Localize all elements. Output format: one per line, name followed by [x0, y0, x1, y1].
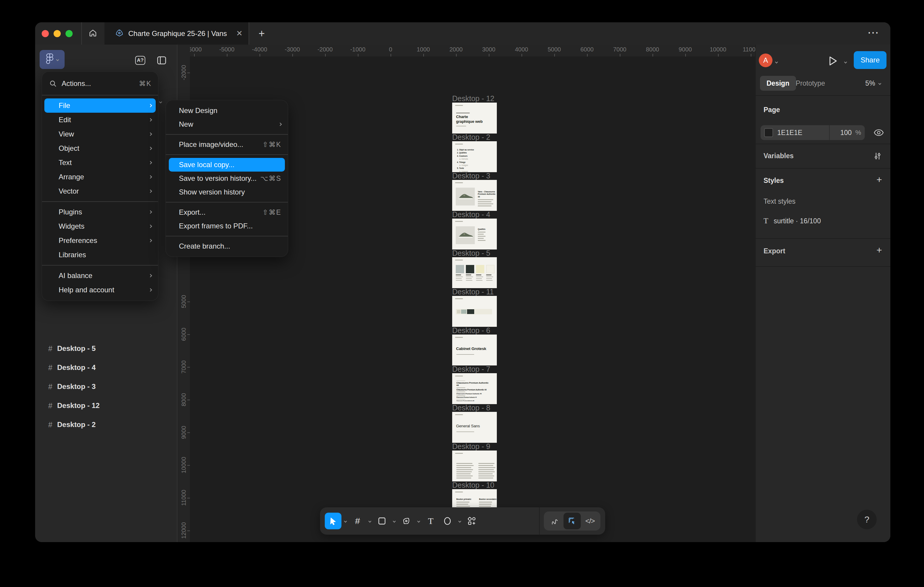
font-missing-icon[interactable]: A?	[135, 56, 145, 65]
page-color-hex[interactable]: 1E1E1E	[777, 129, 829, 137]
frame-thumbnail-desktop-12[interactable]: Charte graphique web	[452, 103, 497, 133]
menu-item-save-local-copy[interactable]: Save local copy...	[169, 158, 285, 172]
page-color-row[interactable]: 1E1E1E 100 %	[761, 125, 865, 140]
menu-shortcut: ⌘K	[139, 80, 152, 88]
frame-thumbnail-desktop-9[interactable]	[452, 451, 497, 482]
frame-thumbnail-desktop-7[interactable]: Chaussures Premium Authentic 44Chaussure…	[452, 373, 497, 404]
menu-item-ai-balance[interactable]: AI balance	[42, 268, 158, 283]
chevron-down-icon	[878, 82, 881, 85]
frame-thumbnail-desktop-2[interactable]: 1. Objet au service2. Qualités3. Couleur…	[452, 141, 497, 172]
account-chevron-icon[interactable]	[776, 59, 777, 64]
avatar[interactable]: A	[759, 54, 772, 67]
menu-item-new-design[interactable]: New Design	[166, 104, 288, 117]
window-more-menu[interactable]: ⋯	[868, 26, 879, 39]
shape-tool-chevron[interactable]	[390, 520, 398, 522]
frame-thumbnail-desktop-3[interactable]: Vans - Chaussures Premium Authentic 44	[452, 180, 497, 211]
menu-item-vector[interactable]: Vector	[42, 184, 158, 198]
menu-item-view[interactable]: View	[42, 127, 158, 141]
ruler-tick	[521, 54, 522, 56]
help-button[interactable]: ?	[857, 510, 877, 529]
text-style-item[interactable]: T surtitle · 16/100	[764, 217, 821, 225]
chevron-right-icon	[149, 190, 152, 192]
ruler-tick	[751, 54, 751, 56]
menu-item-object[interactable]: Object	[42, 141, 158, 156]
menu-item-save-to-version-history[interactable]: Save to version history...⌥⌘S	[166, 172, 288, 185]
visibility-eye-icon[interactable]	[874, 128, 884, 138]
sidebar-item-desktop-2[interactable]: #Desktop - 2	[35, 415, 177, 434]
frame-thumbnail-desktop-5[interactable]	[452, 257, 497, 288]
draw-mode-button[interactable]	[546, 513, 563, 529]
close-tab-icon[interactable]: ✕	[236, 29, 243, 38]
menu-item-plugins[interactable]: Plugins	[42, 205, 158, 219]
dev-mode-button[interactable]	[564, 513, 581, 529]
menu-item-edit[interactable]: Edit	[42, 113, 158, 127]
frame-label: Desktop - 2	[452, 133, 518, 141]
menu-item-text[interactable]: Text	[42, 156, 158, 170]
move-tool[interactable]	[325, 513, 342, 529]
frame-thumbnail-desktop-4[interactable]: Qualités	[452, 219, 497, 250]
zoom-window-button[interactable]	[66, 30, 73, 37]
ruler-label: 7000	[180, 360, 187, 374]
new-tab-button[interactable]: +	[254, 26, 269, 41]
menu-item-arrange[interactable]: Arrange	[42, 170, 158, 184]
comment-tool[interactable]	[439, 513, 456, 529]
menu-item-actions[interactable]: Actions... ⌘K	[42, 75, 158, 92]
menu-item-label: Show version history	[179, 188, 245, 196]
pen-tool-chevron[interactable]	[415, 520, 422, 522]
collapse-pages-chevron[interactable]	[160, 99, 162, 104]
menu-item-label: Help and account	[59, 286, 114, 294]
ruler-tick	[423, 54, 424, 56]
menu-item-libraries[interactable]: Libraries	[42, 248, 158, 262]
ruler-label: 0	[376, 46, 406, 53]
tab-title: Charte Graphique 25-26 | Vans	[128, 30, 227, 38]
sidebar-item-desktop-12[interactable]: #Desktop - 12	[35, 396, 177, 415]
move-tool-chevron[interactable]	[342, 520, 349, 522]
menu-item-show-version-history[interactable]: Show version history	[166, 185, 288, 199]
toggle-panel-icon[interactable]	[157, 56, 167, 65]
add-style-button[interactable]: +	[876, 174, 882, 185]
main-menu-button[interactable]	[40, 50, 64, 69]
text-tool[interactable]: T	[422, 513, 439, 529]
menu-item-place-image-video[interactable]: Place image/video...⇧⌘K	[166, 138, 288, 151]
menu-item-widgets[interactable]: Widgets	[42, 219, 158, 233]
menu-separator	[42, 201, 158, 202]
frame-thumbnail-desktop-6[interactable]: Cabinet Grotesk	[452, 335, 497, 365]
sidebar-item-desktop-4[interactable]: #Desktop - 4	[35, 358, 177, 377]
menu-item-help-and-account[interactable]: Help and account	[42, 283, 158, 297]
frame-tool[interactable]: #	[349, 513, 366, 529]
home-button[interactable]	[85, 26, 101, 41]
share-button[interactable]: Share	[854, 51, 886, 69]
divider	[756, 144, 890, 144]
sidebar-item-desktop-5[interactable]: #Desktop - 5	[35, 339, 177, 358]
file-tab[interactable]: Charte Graphique 25-26 | Vans ✕	[104, 22, 249, 44]
minimize-window-button[interactable]	[54, 30, 61, 37]
menu-item-create-branch[interactable]: Create branch...	[166, 239, 288, 253]
frame-thumbnail-desktop-11[interactable]	[452, 296, 497, 327]
menu-item-export[interactable]: Export...⇧⌘E	[166, 206, 288, 219]
menu-item-export-frames-to-pdf[interactable]: Export frames to PDF...	[166, 219, 288, 233]
shape-tool[interactable]	[374, 513, 390, 529]
zoom-control[interactable]: 5%	[865, 76, 881, 91]
actions-tool[interactable]	[464, 513, 480, 529]
comment-tool-chevron[interactable]	[456, 520, 464, 522]
page-opacity-value[interactable]: 100	[830, 129, 851, 137]
pen-tool[interactable]	[398, 513, 415, 529]
menu-item-preferences[interactable]: Preferences	[42, 233, 158, 248]
tab-design[interactable]: Design	[760, 76, 796, 91]
ruler-tick	[187, 301, 190, 302]
page-color-swatch[interactable]	[764, 128, 773, 137]
variables-icon[interactable]	[873, 152, 882, 162]
menu-item-file[interactable]: File	[45, 99, 156, 113]
menu-separator	[166, 134, 288, 135]
code-mode-button[interactable]: </>	[581, 513, 599, 529]
add-export-button[interactable]: +	[876, 245, 882, 256]
close-window-button[interactable]	[42, 30, 49, 37]
frame-tool-chevron[interactable]	[366, 520, 374, 522]
frame-thumbnail-desktop-8[interactable]: General Sans	[452, 412, 497, 443]
present-button[interactable]	[828, 55, 838, 68]
menu-item-new[interactable]: New	[166, 117, 288, 131]
present-options-chevron[interactable]	[845, 59, 846, 64]
menu-item-label: Save to version history...	[179, 174, 257, 183]
tab-prototype[interactable]: Prototype	[796, 76, 825, 91]
sidebar-item-desktop-3[interactable]: #Desktop - 3	[35, 377, 177, 396]
